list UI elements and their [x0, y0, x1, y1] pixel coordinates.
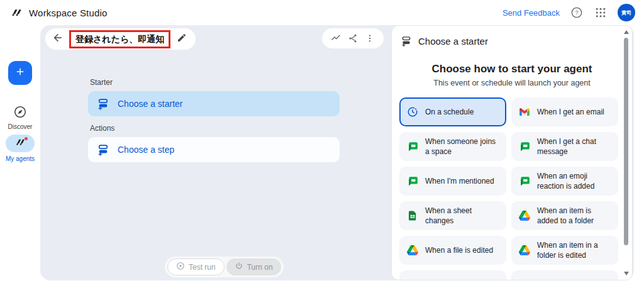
- power-icon: [235, 262, 243, 272]
- starter-option-label: When I get a chat message: [537, 136, 613, 157]
- chat-icon: [519, 141, 530, 152]
- back-button[interactable]: [50, 31, 65, 47]
- choose-starter-card[interactable]: Choose a starter: [88, 91, 340, 116]
- starter-option-label: When I get an email: [537, 107, 604, 117]
- plus-icon: [14, 66, 26, 80]
- starter-option-when-i-get-a-chat-message[interactable]: When I get a chat message: [511, 132, 618, 161]
- workflow-step-icon: [97, 97, 109, 110]
- scrollbar-up-arrow-icon[interactable]: [624, 30, 629, 34]
- more-options-icon[interactable]: [363, 31, 377, 45]
- share-icon[interactable]: [346, 31, 360, 45]
- scrollbar-thumb[interactable]: [624, 38, 628, 245]
- sidebar-item-label: Discover: [8, 123, 33, 130]
- panel-subheading: This event or schedule will launch your …: [392, 79, 632, 87]
- panel-header: Choose a starter: [392, 26, 632, 47]
- send-feedback-link[interactable]: Send Feedback: [502, 8, 560, 18]
- actions-section-label: Actions: [90, 124, 340, 133]
- workflow-step-icon: [97, 143, 109, 156]
- starter-option-label: On a schedule: [425, 107, 474, 117]
- canvas-toolbar: [322, 28, 384, 48]
- sidebar-item-discover[interactable]: Discover: [0, 104, 40, 130]
- my-agents-pill: [6, 135, 35, 152]
- starter-option-label: When an item is added to a folder: [537, 206, 613, 226]
- scrollbar-down-arrow-icon[interactable]: [624, 272, 629, 275]
- panel-title: Choose a starter: [418, 36, 488, 47]
- starter-option-when-an-item-in-a-folder-is-edited[interactable]: When an item in a folder is edited: [511, 236, 618, 265]
- agent-title[interactable]: 登録されたら、即通知: [75, 34, 164, 44]
- starter-option-partial[interactable]: [399, 270, 506, 280]
- starter-picker-panel: Choose a starter Choose how to start you…: [391, 25, 633, 280]
- starter-section-label: Starter: [90, 78, 340, 87]
- test-run-button[interactable]: Test run: [167, 258, 225, 275]
- run-controls: Test run Turn on: [165, 257, 284, 277]
- starter-option-when-i-m-mentioned[interactable]: When I'm mentioned: [399, 167, 506, 196]
- edit-title-button[interactable]: [174, 31, 189, 47]
- new-agent-button[interactable]: [8, 61, 32, 85]
- test-run-label: Test run: [189, 263, 216, 272]
- starter-option-label: When an item in a folder is edited: [537, 240, 613, 260]
- panel-heading: Choose how to start your agent: [392, 63, 632, 75]
- drive-icon: [519, 245, 530, 256]
- starter-option-on-a-schedule[interactable]: On a schedule: [399, 97, 506, 126]
- sheets-icon: [407, 210, 418, 221]
- turn-on-button[interactable]: Turn on: [226, 258, 281, 275]
- pencil-icon: [177, 33, 187, 45]
- starter-option-label: When I'm mentioned: [425, 176, 494, 186]
- starter-option-label: When a sheet changes: [425, 206, 501, 226]
- schedule-clock-icon: [407, 106, 418, 118]
- app-title: Workspace Studio: [29, 8, 108, 18]
- chat-icon: [407, 175, 418, 187]
- canvas-header: 登録されたら、即通知: [45, 28, 196, 50]
- play-circle-icon: [176, 262, 185, 272]
- avatar[interactable]: 貴司: [618, 4, 635, 21]
- choose-starter-label: Choose a starter: [118, 99, 183, 109]
- starter-option-when-a-file-is-edited[interactable]: When a file is edited: [399, 236, 506, 265]
- workspace-studio-logo-icon: [10, 6, 23, 19]
- starter-option-label: When a file is edited: [425, 245, 493, 255]
- starter-option-label: When someone joins a space: [425, 136, 501, 157]
- starter-option-when-an-emoji-reaction-is-added[interactable]: When an emoji reaction is added: [511, 167, 618, 196]
- starter-option-partial[interactable]: [511, 270, 618, 280]
- notification-dot: [25, 137, 28, 140]
- chat-icon: [519, 175, 530, 187]
- gmail-icon: [519, 106, 530, 118]
- drive-icon: [519, 210, 530, 221]
- left-sidebar: Discover My agents: [0, 25, 40, 288]
- svg-text:?: ?: [575, 9, 578, 16]
- top-bar: Workspace Studio Send Feedback ? 貴司: [0, 0, 644, 25]
- apps-grid-icon[interactable]: [594, 6, 608, 19]
- activity-icon[interactable]: [329, 31, 343, 45]
- starter-option-when-an-item-is-added-to-a-folder[interactable]: When an item is added to a folder: [511, 201, 618, 230]
- starter-option-when-i-get-an-email[interactable]: When I get an email: [511, 97, 618, 126]
- annotation-box: 登録されたら、即通知: [69, 30, 170, 48]
- sidebar-item-my-agents[interactable]: My agents: [0, 135, 40, 162]
- starter-option-when-someone-joins-a-space[interactable]: When someone joins a space: [399, 132, 506, 161]
- panel-scrollbar[interactable]: [623, 28, 630, 278]
- flow-editor: Starter Choose a starter Actions Choose: [88, 78, 340, 170]
- compass-icon: [12, 104, 28, 120]
- choose-step-card[interactable]: Choose a step: [88, 137, 340, 162]
- sidebar-item-label: My agents: [6, 155, 35, 162]
- chat-icon: [407, 141, 418, 152]
- starter-options-grid: On a scheduleWhen I get an emailWhen som…: [399, 97, 618, 280]
- workflow-step-icon: [401, 35, 412, 47]
- back-arrow-icon: [52, 32, 64, 46]
- drive-icon: [407, 245, 418, 256]
- starter-option-label: When an emoji reaction is added: [537, 171, 613, 191]
- help-icon[interactable]: ?: [570, 6, 584, 19]
- starter-option-when-a-sheet-changes[interactable]: When a sheet changes: [399, 201, 506, 230]
- choose-step-label: Choose a step: [118, 145, 174, 155]
- turn-on-label: Turn on: [247, 263, 273, 272]
